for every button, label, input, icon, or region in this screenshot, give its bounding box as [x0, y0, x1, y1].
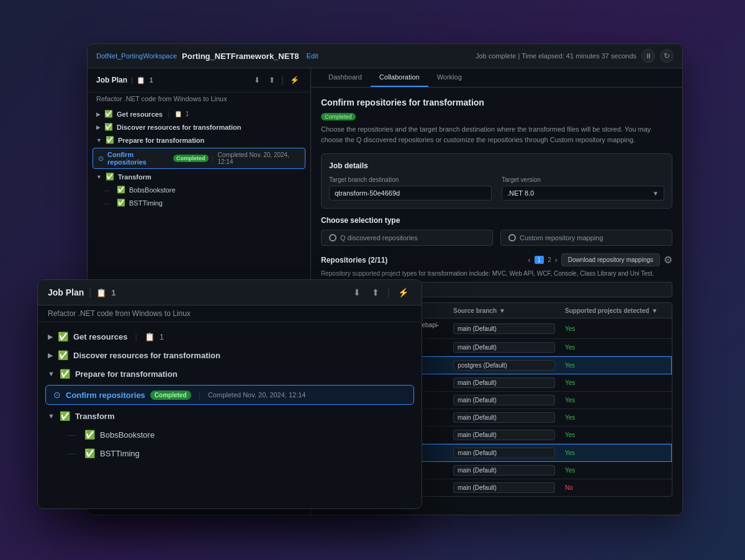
branch-select[interactable]: main (Default) — [453, 482, 555, 493]
radio-dot-icon — [329, 234, 336, 242]
check-icon: ✅ — [58, 350, 68, 360]
check-icon: ✅ — [60, 411, 70, 421]
target-version-value[interactable]: .NET 8.0 ▼ — [502, 186, 664, 201]
td-branch[interactable]: main (Default) — [448, 427, 560, 443]
td-branch[interactable]: main (Default) — [448, 318, 560, 338]
check-icon: ✅ — [106, 173, 114, 181]
page-1[interactable]: 1 — [535, 256, 544, 264]
branch-select[interactable]: main (Default) — [453, 395, 555, 405]
td-branch[interactable]: main (Default) — [448, 339, 560, 356]
sort-up-button[interactable]: ⬆ — [266, 75, 278, 86]
chevron-right-icon: ▶ — [48, 351, 53, 359]
wf-sort-down-button[interactable]: ⬇ — [350, 286, 364, 299]
sort-down-button[interactable]: ⬇ — [251, 75, 263, 86]
job-status-bar: Job complete | Time elapsed: 41 minutes … — [476, 49, 674, 63]
target-version-field: Target version .NET 8.0 ▼ — [502, 176, 664, 201]
wf-tree-item-discover[interactable]: ▶ ✅ Discover resources for transformatio… — [38, 346, 422, 364]
divider: | — [387, 287, 390, 298]
wf-tree-label: BobsBookstore — [100, 430, 155, 440]
td-branch[interactable]: main (Default) — [448, 392, 560, 409]
branch-select[interactable]: main (Default) — [453, 377, 555, 388]
divider: | — [89, 287, 91, 297]
check-icon: ✅ — [84, 448, 95, 458]
tree-item-discover[interactable]: ▶ ✅ Discover resources for transformatio… — [88, 120, 310, 133]
back-link[interactable]: DotNet_PortingWorkspace — [96, 52, 177, 60]
tree-item-prepare[interactable]: ▼ ✅ Prepare for transformation — [88, 133, 310, 147]
timestamp: Completed Nov. 20, 2024, 12:14 — [217, 151, 300, 165]
tree-label: Confirm repositories — [107, 151, 169, 166]
wf-actions: ⬇ ⬆ | ⚡ — [350, 286, 412, 299]
branch-select[interactable]: main (Default) — [453, 430, 555, 440]
td-branch[interactable]: postgres (Default) — [448, 357, 559, 374]
check-icon: ✅ — [104, 123, 113, 131]
repos-title: Repositories (2/11) — [321, 256, 387, 264]
wf-filter-button[interactable]: ⚡ — [395, 286, 412, 299]
branch-select[interactable]: main (Default) — [453, 412, 555, 423]
page-prev[interactable]: ‹ — [528, 256, 531, 264]
td-supported: Yes — [560, 462, 672, 479]
tabs-bar: Dashboard Collaboration Worklog — [311, 68, 682, 88]
td-branch[interactable]: main (Default) — [448, 479, 560, 496]
branch-select[interactable]: main (Default) — [453, 323, 555, 334]
wf-tree-item-prepare[interactable]: ▼ ✅ Prepare for transformation — [38, 364, 422, 383]
wf-tree-item-transform[interactable]: ▼ ✅ Transform — [38, 407, 422, 425]
td-supported: No — [560, 479, 672, 496]
pause-button[interactable]: ⏸ — [641, 49, 655, 63]
tree-line: — — [68, 430, 76, 440]
td-supported: Yes — [560, 392, 672, 409]
wf-tree-item-bst[interactable]: — ✅ BSTTiming — [38, 444, 422, 463]
settings-icon[interactable]: ⚙ — [664, 254, 672, 266]
job-details-title: Job details — [329, 161, 664, 170]
wf-tree-item-bobs[interactable]: — ✅ BobsBookstore — [38, 425, 422, 444]
tree-line: — — [104, 186, 111, 194]
edit-link[interactable]: Edit — [307, 52, 318, 60]
separator: | — [199, 391, 201, 400]
td-branch[interactable]: main (Default) — [448, 445, 559, 461]
target-branch-field: Target branch destination qtransform-50e… — [329, 176, 492, 201]
chevron-down-icon: ▼ — [48, 412, 55, 420]
wf-body: ▶ ✅ Get resources | 📋 1 ▶ ✅ Discover res… — [38, 322, 422, 467]
job-plan-subtitle: Refactor .NET code from Windows to Linux — [88, 93, 310, 107]
td-supported: Yes — [560, 409, 672, 426]
page-2[interactable]: 2 — [548, 256, 551, 263]
window-title: Porting_NETFramework_NET8 — [182, 52, 299, 61]
timestamp: Completed Nov. 20, 2024, 12:14 — [208, 391, 306, 399]
branch-select[interactable]: main (Default) — [453, 448, 554, 458]
tab-dashboard[interactable]: Dashboard — [320, 68, 371, 87]
th-supported[interactable]: Supported projects detected ▼ — [560, 303, 672, 318]
chevron-right-icon: ▶ — [48, 333, 53, 341]
filter-icon: ▼ — [499, 307, 505, 314]
branch-select[interactable]: main (Default) — [453, 465, 555, 476]
radio-row: Q discovered repositories Custom reposit… — [321, 230, 672, 246]
tree-item-bobs[interactable]: — ✅ BobsBookstore — [88, 183, 310, 196]
tree-item-bst[interactable]: — ✅ BSTTiming — [88, 196, 310, 209]
download-repos-button[interactable]: Download repository mappings — [561, 253, 660, 266]
branch-select[interactable]: main (Default) — [453, 342, 555, 353]
td-branch[interactable]: main (Default) — [448, 462, 560, 479]
job-plan-count: 1 — [149, 76, 153, 84]
divider: | — [135, 332, 137, 341]
tab-collaboration[interactable]: Collaboration — [371, 68, 428, 87]
target-branch-label: Target branch destination — [329, 176, 492, 183]
radio-q-discovered[interactable]: Q discovered repositories — [321, 230, 493, 246]
branch-select[interactable]: postgres (Default) — [453, 360, 554, 371]
wf-tree-item-confirm-repos[interactable]: ⊙ Confirm repositories Completed | Compl… — [45, 385, 414, 405]
tree-item-transform[interactable]: ▼ ✅ Transform — [88, 170, 310, 183]
tab-worklog[interactable]: Worklog — [428, 68, 471, 87]
th-branch[interactable]: Source branch ▼ — [448, 303, 560, 318]
td-branch[interactable]: main (Default) — [448, 409, 560, 426]
td-supported: Yes — [560, 318, 672, 338]
field-row: Target branch destination qtransform-50e… — [329, 176, 664, 201]
wf-sort-up-button[interactable]: ⬆ — [369, 286, 382, 299]
page-next[interactable]: › — [555, 256, 558, 264]
filter-button[interactable]: ⚡ — [287, 75, 302, 86]
tree-label: BSTTiming — [129, 199, 163, 207]
td-supported: Yes — [560, 427, 672, 443]
td-branch[interactable]: main (Default) — [448, 374, 560, 391]
radio-custom-mapping[interactable]: Custom repository mapping — [500, 230, 672, 246]
tree-item-get-resources[interactable]: ▶ ✅ Get resources | 📋 1 — [88, 107, 310, 120]
tree-item-confirm-repos[interactable]: ⊙ Confirm repositories Completed | Compl… — [93, 148, 305, 169]
wf-count: 1 — [111, 288, 115, 297]
wf-tree-item-get-resources[interactable]: ▶ ✅ Get resources | 📋 1 — [38, 327, 422, 346]
refresh-button[interactable]: ↻ — [660, 49, 674, 63]
